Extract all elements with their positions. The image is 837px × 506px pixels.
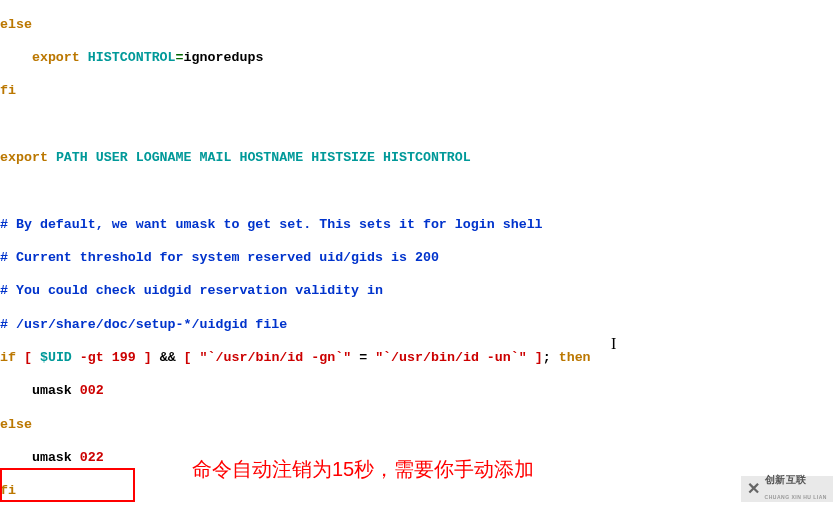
kw-export: export [32, 50, 80, 65]
comment: # /usr/share/doc/setup-*/uidgid file [0, 317, 287, 332]
kw-else: else [0, 17, 32, 32]
kw-if: if [0, 350, 16, 365]
kw-export: export [0, 150, 48, 165]
comment: # You could check uidgid reservation val… [0, 283, 383, 298]
kw-fi: fi [0, 83, 16, 98]
var-histcontrol: HISTCONTROL [88, 50, 176, 65]
kw-then: then [559, 350, 591, 365]
kw-else: else [0, 417, 32, 432]
code-block: else export HISTCONTROL=ignoredups fi ex… [0, 0, 837, 506]
comment: # Current threshold for system reserved … [0, 250, 439, 265]
watermark-icon: ✕ [747, 481, 761, 498]
annotation-text: 命令自动注销为15秒，需要你手动添加 [192, 461, 534, 478]
comment: # By default, we want umask to get set. … [0, 217, 543, 232]
export-vars: PATH USER LOGNAME MAIL HOSTNAME HISTSIZE… [56, 150, 471, 165]
kw-fi: fi [0, 483, 16, 498]
text-cursor-icon: I [611, 336, 616, 353]
watermark-logo: ✕ 创新互联 CHUANG XIN HU LIAN [741, 476, 833, 502]
